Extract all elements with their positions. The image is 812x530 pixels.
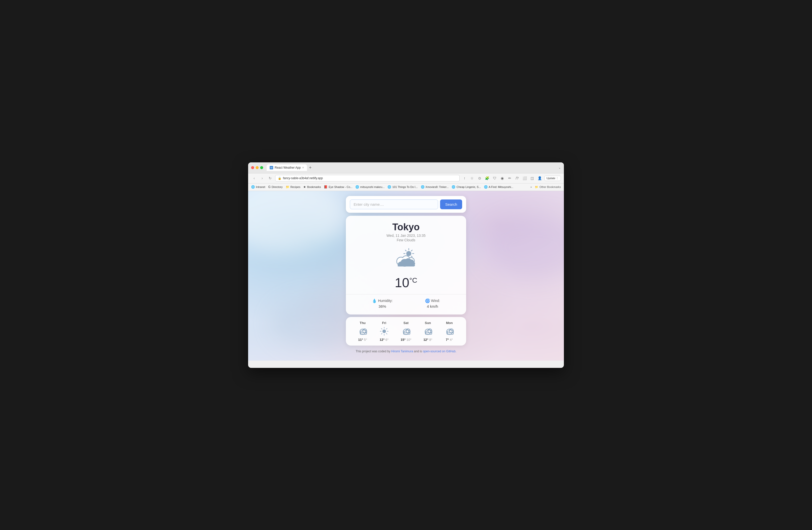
share-button[interactable]: ↑ bbox=[462, 175, 468, 181]
svg-point-8 bbox=[406, 251, 411, 256]
update-label: Update bbox=[547, 177, 555, 180]
svg-rect-21 bbox=[360, 333, 367, 334]
weather-app: Search Tokyo Wed, 11 Jan 2023, 13:35 Few… bbox=[248, 191, 564, 360]
bookmark-bookmarks[interactable]: ★ Bookmarks bbox=[303, 185, 321, 189]
humidity-label-row: 💧 Humidity: bbox=[372, 298, 392, 303]
bookmark-recipes[interactable]: 📁 Recipes bbox=[286, 185, 301, 189]
bookmark-directory[interactable]: G Directory bbox=[268, 185, 282, 189]
address-bar[interactable]: 🔒 fancy-sable-a3b4af.netlify.app bbox=[275, 175, 460, 181]
forecast-mon-label: Mon bbox=[446, 321, 453, 325]
city-search-input[interactable] bbox=[350, 200, 438, 209]
back-button[interactable]: ‹ bbox=[251, 175, 257, 181]
nav-bar: ‹ › ↻ 🔒 fancy-sable-a3b4af.netlify.app ↑… bbox=[248, 173, 564, 183]
bookmark-lingerie-label: Cheap Lingerie, S... bbox=[456, 186, 481, 189]
bookmark-intranet[interactable]: 🌐 Intranet bbox=[251, 185, 265, 189]
forecast-sun: Sun 12° 8° bbox=[423, 321, 433, 341]
svg-point-38 bbox=[449, 329, 453, 333]
city-name: Tokyo bbox=[356, 222, 456, 233]
footer: This project was coded by Hiromi Tanimur… bbox=[356, 350, 456, 356]
tab-dropdown-button[interactable]: ⌄ bbox=[559, 166, 561, 170]
refresh-button[interactable]: ↻ bbox=[267, 175, 273, 181]
forecast-fri-icon bbox=[379, 326, 389, 336]
active-tab[interactable]: W React Weather App × bbox=[267, 164, 307, 171]
101things-icon: 🌐 bbox=[388, 185, 391, 189]
update-button[interactable]: Update ⋮ bbox=[544, 176, 561, 181]
intranet-icon: 🌐 bbox=[251, 185, 255, 189]
partly-cloudy-icon bbox=[392, 246, 420, 271]
bookmark-afind[interactable]: 🌐 A Find: Mitsuyoshi... bbox=[484, 185, 513, 189]
extension-button-4[interactable]: ✏ bbox=[507, 175, 513, 181]
forecast-thu-icon bbox=[358, 326, 368, 336]
bookmark-xmovies-label: Xmovies8: Tinker... bbox=[425, 186, 449, 189]
profile-button[interactable]: 👤 bbox=[537, 175, 543, 181]
humidity-icon: 💧 bbox=[372, 298, 377, 303]
forecast-sun-low: 8° bbox=[429, 338, 432, 341]
eyeshadow-icon: 📕 bbox=[324, 185, 328, 189]
forecast-sun-temps: 12° 8° bbox=[423, 338, 432, 341]
address-text: fancy-sable-a3b4af.netlify.app bbox=[283, 176, 323, 180]
lock-icon: 🔒 bbox=[278, 177, 281, 180]
title-bar: W React Weather App × + ⌄ bbox=[248, 162, 564, 173]
forecast-sun-high: 12° bbox=[423, 338, 428, 341]
forecast-sat-high: 15° bbox=[401, 338, 406, 341]
forecast-mon-icon bbox=[444, 326, 454, 336]
bookmark-lingerie[interactable]: 🌐 Cheap Lingerie, S... bbox=[452, 185, 481, 189]
bookmarks-bar: 🌐 Intranet G Directory 📁 Recipes ★ Bookm… bbox=[248, 183, 564, 191]
bookmark-afind-label: A Find: Mitsuyoshi... bbox=[489, 186, 513, 189]
tab-close-button[interactable]: × bbox=[302, 166, 304, 170]
forward-button[interactable]: › bbox=[259, 175, 265, 181]
footer-mid: and is bbox=[413, 350, 423, 353]
temperature-display: 10°C bbox=[356, 275, 456, 290]
bookmarks-more-button[interactable]: » bbox=[530, 186, 532, 189]
forecast-fri-low: 6° bbox=[386, 338, 389, 341]
bookmark-101things-label: 101 Things To Do I... bbox=[392, 186, 418, 189]
svg-line-4 bbox=[411, 250, 412, 251]
close-button[interactable] bbox=[251, 166, 254, 169]
other-bookmarks-folder[interactable]: 📁 Other Bookmarks bbox=[535, 186, 561, 189]
nav-actions: ↑ ☆ ⊙ 🧩 🛡 ◉ ✏ /? ⬜ ◫ 👤 Update ⋮ bbox=[462, 175, 561, 181]
wind-value: 4 km/h bbox=[425, 304, 440, 308]
minimize-button[interactable] bbox=[256, 166, 259, 169]
extensions-button[interactable]: ⬜ bbox=[522, 175, 528, 181]
other-bookmarks-label: Other Bookmarks bbox=[539, 186, 561, 189]
svg-rect-36 bbox=[425, 333, 432, 334]
footer-author-link[interactable]: Hiromi Tanimura bbox=[391, 350, 413, 353]
forecast-sat-icon bbox=[401, 326, 411, 336]
lingerie-icon: 🌐 bbox=[452, 185, 455, 189]
footer-text: This project was coded by bbox=[356, 350, 391, 353]
recipes-icon: 📁 bbox=[286, 185, 289, 189]
mitsuyoshi-icon: 🌐 bbox=[356, 185, 359, 189]
bookmark-xmovies[interactable]: 🌐 Xmovies8: Tinker... bbox=[421, 185, 449, 189]
extension-button-3[interactable]: ◉ bbox=[499, 175, 505, 181]
new-tab-button[interactable]: + bbox=[308, 165, 313, 171]
bookmark-eyeshadow[interactable]: 📕 Eye Shadow - Co... bbox=[324, 185, 352, 189]
svg-rect-33 bbox=[404, 333, 410, 334]
sidebar-toggle[interactable]: ◫ bbox=[529, 175, 535, 181]
forecast-mon-temps: 7° 4° bbox=[446, 338, 453, 341]
maximize-button[interactable] bbox=[260, 166, 263, 169]
extension-button-5[interactable]: /? bbox=[514, 175, 520, 181]
extension-button-2[interactable]: 🛡 bbox=[492, 175, 498, 181]
extension-button-1[interactable]: 🧩 bbox=[484, 175, 490, 181]
bookmark-mitsuyoshi[interactable]: 🌐 mitsuyoshi makeu... bbox=[356, 185, 385, 189]
svg-line-30 bbox=[381, 333, 382, 334]
forecast-sat-temps: 15° 10° bbox=[401, 338, 411, 341]
tab-bar: W React Weather App × + bbox=[267, 164, 556, 171]
bookmark-recipes-label: Recipes bbox=[290, 186, 301, 189]
bookmark-button[interactable]: ☆ bbox=[469, 175, 475, 181]
screenshot-button[interactable]: ⊙ bbox=[477, 175, 483, 181]
svg-point-32 bbox=[406, 329, 410, 333]
directory-icon: G bbox=[268, 185, 271, 189]
bookmark-directory-label: Directory bbox=[272, 186, 283, 189]
wind-label-row: 🌀 Wind: bbox=[425, 298, 440, 303]
humidity-value: 36% bbox=[372, 304, 392, 308]
content-area: Search Tokyo Wed, 11 Jan 2023, 13:35 Few… bbox=[248, 191, 564, 360]
forecast-sun-label: Sun bbox=[425, 321, 431, 325]
bookmark-101things[interactable]: 🌐 101 Things To Do I... bbox=[388, 185, 418, 189]
footer-github-link[interactable]: open-sourced on GitHub. bbox=[423, 350, 456, 353]
forecast-thu: Thu 11° 5° bbox=[358, 321, 368, 341]
wind-detail: 🌀 Wind: 4 km/h bbox=[425, 298, 440, 308]
search-button[interactable]: Search bbox=[440, 200, 462, 209]
bookmark-eyeshadow-label: Eye Shadow - Co... bbox=[329, 186, 352, 189]
svg-line-28 bbox=[386, 333, 387, 334]
